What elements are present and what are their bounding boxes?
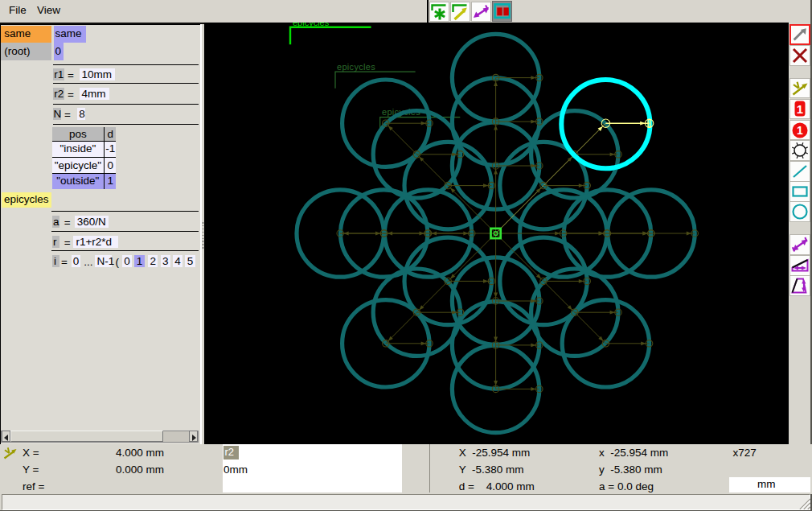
svg-text:1: 1 [797,102,803,116]
svg-text:epicycles: epicycles [293,23,330,27]
svg-text:epicycles: epicycles [337,62,375,72]
svg-text:1: 1 [797,124,803,137]
